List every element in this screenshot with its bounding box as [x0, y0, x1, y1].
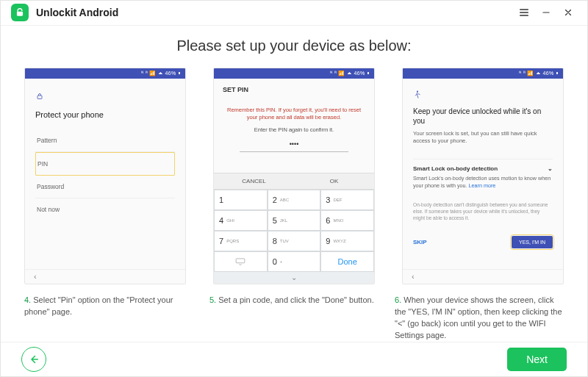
menu-button[interactable]	[515, 4, 533, 21]
smartlock-title: Keep your device unlocked while it's on …	[413, 107, 553, 126]
pin-actions: CANCEL OK	[214, 173, 374, 189]
walk-icon	[413, 90, 553, 102]
yes-im-in-button: YES, I'M IN	[512, 236, 553, 248]
footer: Next	[1, 342, 587, 376]
captions-row: 4. Select "Pin" option on the "Protect y…	[24, 295, 564, 342]
caption-6: 6. When your device shows the screen, cl…	[395, 295, 564, 342]
status-bar: ᴺ ᴿ 📶 ⏶ 46% ▮	[214, 68, 374, 79]
app-title: Unlockit Android	[36, 7, 511, 18]
key-5: 5JKL	[268, 210, 321, 231]
ok-label: OK	[294, 173, 374, 189]
smartlock-section-title: Smart Lock on-body detection⌄	[413, 159, 553, 172]
close-button[interactable]	[559, 4, 577, 21]
keypad: 1 2ABC 3DEF 4GHI 5JKL 6MNO 7PQRS 8TUV 9W…	[214, 189, 374, 272]
caption-5: 5. Set a pin code, and click the "Done" …	[209, 295, 379, 342]
set-pin-title: SET PIN	[214, 79, 374, 101]
key-9: 9WXYZ	[320, 231, 374, 251]
svg-point-3	[417, 90, 418, 92]
titlebar: Unlockit Android	[1, 1, 587, 26]
app-window: Unlockit Android Please set up your devi…	[0, 0, 588, 377]
learn-more-link: Learn more	[469, 182, 496, 189]
opt-pattern: Pattern	[35, 129, 175, 152]
minimize-button[interactable]	[537, 4, 555, 21]
back-button[interactable]	[21, 347, 46, 372]
key-3: 3DEF	[320, 190, 374, 210]
phone-nav-down: ⌄	[214, 272, 374, 284]
smartlock-section-body: Smart Lock's on-body detection uses moti…	[413, 175, 553, 190]
protect-title: Protect your phone	[35, 110, 175, 119]
page-heading: Please set up your device as below:	[24, 37, 564, 54]
key-0: 0+	[268, 251, 321, 272]
pin-warning: Remember this PIN. If you forget it, you…	[226, 107, 362, 122]
key-8: 8TUV	[268, 231, 321, 251]
svg-rect-0	[17, 12, 23, 16]
screenshots-row: ᴺ ᴿ 📶 ⏶ 46% ▮ Protect your phone Pattern…	[24, 68, 564, 284]
key-4: 4GHI	[214, 210, 268, 231]
chevron-down-icon: ⌄	[548, 165, 553, 172]
phone-screenshot-3: ᴺ ᴿ 📶 ⏶ 46% ▮ Keep your device unlocked …	[402, 68, 564, 284]
lock-icon	[35, 92, 175, 103]
svg-rect-2	[236, 259, 245, 263]
pin-subtitle: Enter the PIN again to confirm it.	[226, 126, 362, 133]
status-bar: ᴺ ᴿ 📶 ⏶ 46% ▮	[403, 68, 563, 79]
key-1: 1	[214, 190, 268, 210]
key-7: 7PQRS	[214, 231, 268, 251]
pin-input: ••••	[240, 140, 349, 152]
skip-label: SKIP	[413, 239, 427, 245]
key-hide	[214, 251, 268, 272]
arrow-left-icon	[27, 353, 40, 366]
phone-back-bar: ‹	[403, 269, 563, 284]
opt-notnow: Not now	[35, 198, 175, 220]
phone-screenshot-2: ᴺ ᴿ 📶 ⏶ 46% ▮ SET PIN Remember this PIN.…	[213, 68, 375, 284]
main-content: Please set up your device as below: ᴺ ᴿ …	[1, 26, 587, 342]
status-bar: ᴺ ᴿ 📶 ⏶ 46% ▮	[25, 68, 185, 79]
phone-screenshot-1: ᴺ ᴿ 📶 ⏶ 46% ▮ Protect your phone Pattern…	[24, 68, 186, 284]
app-logo	[11, 4, 29, 21]
smartlock-note: On-body detection can't distinguish betw…	[413, 201, 553, 222]
key-6: 6MNO	[320, 210, 374, 231]
opt-password: Password	[35, 176, 175, 198]
key-done: Done	[320, 251, 374, 272]
svg-rect-1	[37, 96, 42, 99]
cancel-label: CANCEL	[214, 173, 294, 189]
next-button[interactable]: Next	[507, 348, 567, 371]
key-2: 2ABC	[268, 190, 321, 210]
smartlock-desc: Your screen lock is set, but you can sti…	[413, 130, 553, 146]
opt-pin: PIN	[35, 152, 175, 176]
caption-4: 4. Select "Pin" option on the "Protect y…	[24, 295, 193, 342]
phone-back-bar: ‹	[25, 269, 185, 284]
